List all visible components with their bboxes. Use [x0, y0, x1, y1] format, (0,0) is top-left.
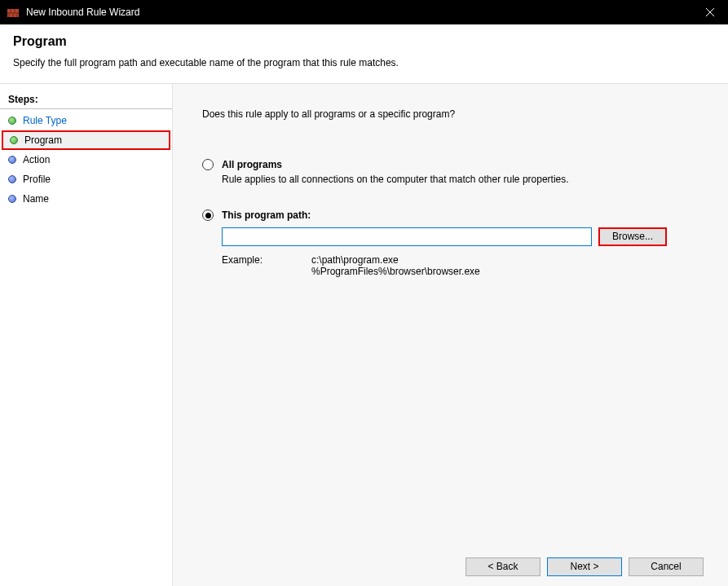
step-rule-type[interactable]: Rule Type	[0, 111, 172, 130]
option-program-path: This program path: Browse... Example: c:…	[202, 209, 704, 277]
radio-program-path[interactable]	[202, 209, 214, 221]
step-bullet-icon	[8, 156, 16, 164]
steps-sidebar: Steps: Rule Type Program Action Profile …	[0, 84, 173, 586]
page-subtitle: Specify the full program path and execut…	[13, 57, 715, 68]
step-label: Name	[23, 193, 49, 205]
radio-all-programs[interactable]	[202, 159, 214, 170]
step-label: Program	[24, 134, 62, 146]
page-title: Program	[13, 34, 715, 49]
step-label: Rule Type	[23, 115, 67, 126]
program-path-input[interactable]	[222, 227, 592, 246]
body-area: Steps: Rule Type Program Action Profile …	[0, 84, 728, 586]
step-program[interactable]: Program	[2, 130, 170, 150]
step-name[interactable]: Name	[0, 189, 172, 209]
next-button[interactable]: Next >	[547, 557, 622, 576]
radio-group: All programs Rule applies to all connect…	[202, 159, 704, 302]
browse-button[interactable]: Browse...	[598, 227, 667, 246]
radio-label-all: All programs	[222, 159, 282, 170]
close-icon	[706, 8, 714, 16]
question-text: Does this rule apply to all programs or …	[202, 108, 704, 120]
titlebar: New Inbound Rule Wizard	[0, 0, 728, 24]
radio-label-path: This program path:	[222, 209, 311, 221]
example-label: Example:	[222, 254, 311, 277]
wizard-footer: < Back Next > Cancel	[202, 557, 704, 579]
radio-desc-all: Rule applies to all connections on the c…	[222, 174, 704, 185]
example-text: c:\path\program.exe %ProgramFiles%\brows…	[311, 254, 480, 277]
window-title: New Inbound Rule Wizard	[26, 7, 139, 18]
step-label: Action	[23, 154, 50, 165]
step-bullet-icon	[8, 195, 16, 203]
step-bullet-icon	[8, 175, 16, 183]
step-action[interactable]: Action	[0, 150, 172, 170]
back-button[interactable]: < Back	[465, 557, 540, 576]
header-section: Program Specify the full program path an…	[0, 24, 728, 84]
steps-heading: Steps:	[0, 90, 172, 109]
step-bullet-icon	[10, 136, 18, 144]
main-panel: Does this rule apply to all programs or …	[173, 84, 728, 586]
step-profile[interactable]: Profile	[0, 170, 172, 189]
step-label: Profile	[23, 174, 51, 185]
firewall-icon	[7, 6, 20, 19]
step-bullet-icon	[8, 117, 16, 125]
option-all-programs: All programs Rule applies to all connect…	[202, 159, 704, 185]
cancel-button[interactable]: Cancel	[629, 557, 704, 576]
close-button[interactable]	[691, 0, 728, 24]
